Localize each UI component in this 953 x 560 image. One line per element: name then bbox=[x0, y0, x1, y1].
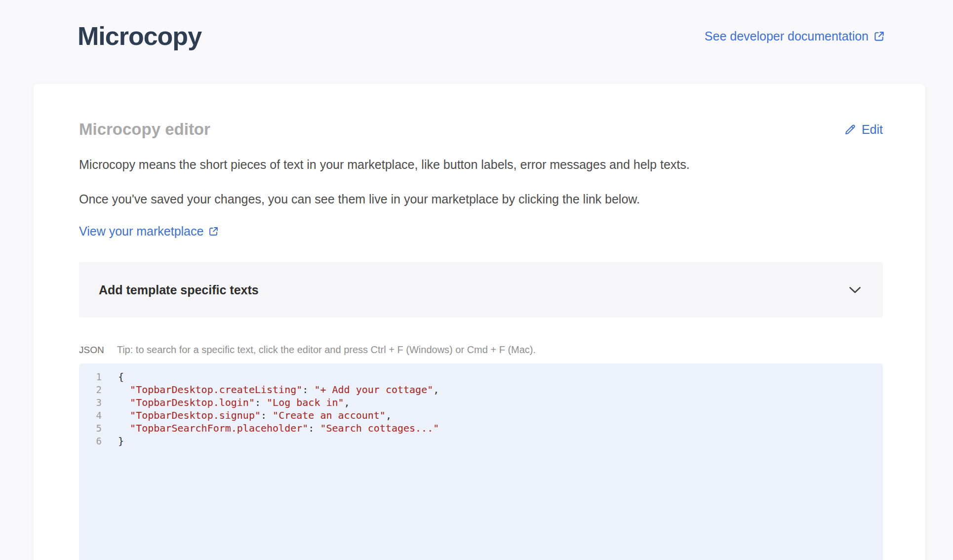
page-header: Microcopy See developer documentation bbox=[0, 0, 953, 52]
intro-paragraph-1: Microcopy means the short pieces of text… bbox=[79, 154, 726, 175]
code-line: 1{ bbox=[89, 370, 873, 383]
code-line: 6} bbox=[89, 435, 873, 447]
developer-documentation-link-label: See developer documentation bbox=[705, 29, 869, 43]
line-number: 5 bbox=[89, 422, 102, 435]
code-line: 5 "TopbarSearchForm.placeholder": "Searc… bbox=[89, 422, 873, 435]
template-texts-accordion[interactable]: Add template specific texts bbox=[79, 262, 883, 318]
pencil-icon bbox=[843, 123, 857, 136]
code-line: 2 "TopbarDesktop.createListing": "+ Add … bbox=[89, 383, 873, 396]
line-number: 3 bbox=[89, 396, 102, 409]
code-line: 4 "TopbarDesktop.signup": "Create an acc… bbox=[89, 409, 873, 422]
card-heading: Microcopy editor bbox=[79, 120, 210, 139]
code-editor[interactable]: 1{2 "TopbarDesktop.createListing": "+ Ad… bbox=[79, 363, 883, 560]
accordion-label: Add template specific texts bbox=[99, 283, 259, 297]
code-line: 3 "TopbarDesktop.login": "Log back in", bbox=[89, 396, 873, 409]
code-text: "TopbarDesktop.signup": "Create an accou… bbox=[118, 409, 392, 422]
edit-button-label: Edit bbox=[862, 122, 883, 137]
view-marketplace-link-label: View your marketplace bbox=[79, 224, 203, 239]
code-text: { bbox=[118, 370, 124, 383]
external-link-icon bbox=[874, 31, 885, 42]
microcopy-editor-card: Microcopy editor Edit Microcopy means th… bbox=[34, 84, 925, 560]
edit-button[interactable]: Edit bbox=[843, 122, 883, 137]
line-number: 4 bbox=[89, 409, 102, 422]
view-marketplace-link[interactable]: View your marketplace bbox=[79, 224, 219, 239]
code-text: "TopbarDesktop.createListing": "+ Add yo… bbox=[118, 383, 439, 396]
code-text: "TopbarDesktop.login": "Log back in", bbox=[118, 396, 350, 409]
format-label: JSON bbox=[79, 345, 104, 356]
external-link-icon bbox=[208, 226, 219, 237]
code-text: "TopbarSearchForm.placeholder": "Search … bbox=[118, 422, 439, 435]
card-header-row: Microcopy editor Edit bbox=[79, 120, 883, 139]
chevron-down-icon bbox=[849, 286, 861, 294]
line-number: 6 bbox=[89, 435, 102, 447]
page-title: Microcopy bbox=[78, 20, 201, 52]
intro-paragraph-2: Once you've saved your changes, you can … bbox=[79, 189, 726, 209]
editor-tip: Tip: to search for a specific text, clic… bbox=[117, 344, 536, 356]
line-number: 2 bbox=[89, 383, 102, 396]
line-number: 1 bbox=[89, 370, 102, 383]
editor-meta-row: JSON Tip: to search for a specific text,… bbox=[79, 344, 883, 356]
developer-documentation-link[interactable]: See developer documentation bbox=[705, 29, 885, 43]
code-text: } bbox=[118, 435, 124, 447]
